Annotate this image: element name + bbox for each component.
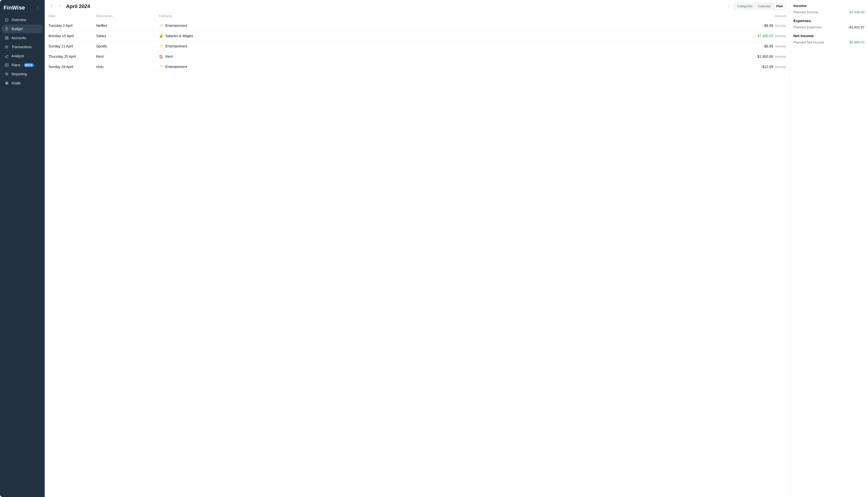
sidebar-item-label: Reporting [12, 72, 27, 76]
tab-calendar[interactable]: Calendar [755, 3, 773, 9]
tab-categories[interactable]: Categories [734, 3, 755, 9]
cell-date: Monday 15 April [48, 34, 96, 38]
money-bag-icon [4, 27, 9, 31]
cell-amount: -$8.99Monthly [763, 44, 786, 48]
summary-expenses-planned: Planned Expenses -$1,931.97 [794, 25, 865, 29]
view-segmented-control: Categories Calendar Plan [734, 2, 786, 10]
sidebar-item-overview[interactable]: Overview [2, 16, 43, 24]
sidebar-item-budget[interactable]: Budget [2, 25, 43, 33]
next-month-button[interactable] [56, 3, 62, 9]
sidebar-item-label: Overview [12, 18, 26, 22]
cell-category: 🥂Entertainment [159, 24, 736, 28]
svg-point-2 [38, 9, 38, 9]
cell-date: Thursday 25 April [48, 55, 96, 58]
svg-rect-5 [5, 38, 6, 39]
svg-point-23 [729, 7, 729, 8]
sidebar: FinWise Overview Budget Accounts [0, 0, 45, 497]
col-date: Date [48, 14, 96, 18]
cell-amount: $7,400.00Monthly [757, 34, 786, 38]
summary-expenses-planned-value: -$1,931.97 [848, 25, 865, 29]
table-row[interactable]: Thursday 25 AprilRent🏠Rent-$1,900.00Mont… [48, 52, 786, 62]
beta-badge: BETA [24, 63, 34, 67]
cell-description: Netflex [96, 24, 159, 28]
cell-category: 💰Salaries & Wages [159, 34, 736, 38]
cell-description: Rent [96, 55, 159, 58]
summary-net-planned-label: Planned Net Income [794, 40, 824, 44]
summary-income-planned-value: $7,400.00 [850, 10, 865, 14]
amount-frequency: Monthly [775, 55, 786, 58]
chart-area-icon [4, 54, 9, 58]
sidebar-item-goals[interactable]: Goals [2, 79, 43, 87]
list-icon [4, 45, 9, 49]
category-name: Entertainment [165, 44, 187, 48]
sidebar-item-accounts[interactable]: Accounts [2, 34, 43, 42]
summary-expenses-title: Expenses [794, 18, 865, 23]
summary-net-section: Net Income Planned Net Income $5,468.03 [794, 34, 865, 44]
col-category: Category [159, 14, 736, 18]
amount-value: -$8.99 [763, 44, 773, 48]
amount-value: -$9.99 [763, 24, 773, 28]
col-description: Description [96, 14, 159, 18]
table-row[interactable]: Monday 15 AprilSalary💰Salaries & Wages$7… [48, 31, 786, 41]
amount-frequency: Monthly [775, 45, 786, 48]
zoom-in-icon [4, 72, 9, 76]
sidebar-nav: Overview Budget Accounts Transactions An… [2, 16, 43, 87]
summary-income-title: Income [794, 3, 865, 8]
svg-point-1 [38, 8, 38, 8]
table-header-row: Date Description Category Amount [48, 12, 786, 20]
category-emoji-icon: 🏠 [159, 55, 163, 58]
category-emoji-icon: 🥂 [159, 24, 163, 28]
sidebar-item-label: Budget [12, 27, 23, 31]
cell-description: Spotify [96, 44, 159, 48]
svg-point-21 [729, 5, 729, 5]
cell-amount: -$12.99Monthly [761, 65, 786, 69]
amount-value: -$12.99 [761, 65, 773, 69]
cell-date: Tuesday 2 April [48, 24, 96, 28]
sparkline-icon [4, 63, 9, 67]
summary-net-planned-value: $5,468.03 [850, 40, 865, 44]
sidebar-item-label: Analyze [12, 54, 24, 58]
category-emoji-icon: 💰 [159, 34, 163, 38]
table-row[interactable]: Sunday 21 AprilSpotify🥂Entertainment-$8.… [48, 41, 786, 52]
amount-value: -$1,900.00 [756, 55, 773, 58]
svg-rect-3 [5, 37, 6, 38]
tab-plan[interactable]: Plan [774, 3, 785, 9]
cell-category: 🥂Entertainment [159, 65, 736, 69]
cell-date: Sunday 21 April [48, 44, 96, 48]
sidebar-item-label: Accounts [12, 36, 26, 40]
cell-category: 🏠Rent [159, 55, 736, 58]
toolbar-more-icon[interactable] [726, 3, 732, 9]
cell-category: 🥂Entertainment [159, 44, 736, 48]
category-name: Entertainment [165, 24, 187, 28]
category-name: Salaries & Wages [165, 34, 193, 38]
summary-panel: Income Planned Income $7,400.00 Expenses… [790, 0, 868, 497]
cell-description: Hulu [96, 65, 159, 69]
svg-point-22 [729, 6, 729, 6]
sidebar-item-plans[interactable]: Plans BETA [2, 61, 43, 69]
summary-income-section: Income Planned Income $7,400.00 [794, 3, 865, 14]
summary-income-planned-label: Planned Income [794, 10, 818, 14]
summary-expenses-planned-label: Planned Expenses [794, 25, 822, 29]
cell-amount: -$9.99Monthly [763, 24, 786, 28]
summary-net-title: Net Income [794, 34, 865, 38]
svg-point-11 [5, 47, 5, 47]
content-pane: April 2024 Categories Calendar Plan Date… [45, 0, 790, 497]
toolbar: April 2024 Categories Calendar Plan [45, 0, 790, 12]
category-name: Rent [165, 55, 173, 58]
prev-month-button[interactable] [48, 3, 55, 9]
table-row[interactable]: Tuesday 2 AprilNetflex🥂Entertainment-$9.… [48, 20, 786, 31]
sidebar-more-icon[interactable] [35, 5, 41, 11]
amount-value: $7,400.00 [757, 34, 773, 38]
category-name: Entertainment [165, 65, 187, 69]
sidebar-header: FinWise [2, 2, 43, 15]
amount-frequency: Monthly [775, 24, 786, 28]
sidebar-item-reporting[interactable]: Reporting [2, 70, 43, 78]
category-emoji-icon: 🥂 [159, 65, 163, 69]
sidebar-item-analyze[interactable]: Analyze [2, 52, 43, 60]
cell-amount: -$1,900.00Monthly [756, 55, 786, 58]
summary-income-planned: Planned Income $7,400.00 [794, 10, 865, 14]
category-emoji-icon: 🥂 [159, 44, 163, 48]
summary-net-planned: Planned Net Income $5,468.03 [794, 40, 865, 44]
sidebar-item-transactions[interactable]: Transactions [2, 43, 43, 51]
table-row[interactable]: Sunday 28 AprilHulu🥂Entertainment-$12.99… [48, 62, 786, 72]
